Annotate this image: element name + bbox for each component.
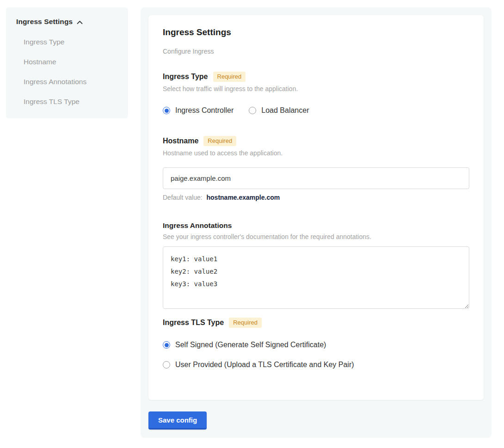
save-config-button[interactable]: Save config [148, 411, 207, 430]
section-ingress-tls-type: Ingress TLS Type Required Self Signed (G… [163, 318, 469, 369]
tls-type-radio-group: Self Signed (Generate Self Signed Certif… [163, 341, 469, 369]
sidebar-item-hostname[interactable]: Hostname [24, 58, 120, 66]
radio-label: Self Signed (Generate Self Signed Certif… [175, 341, 326, 349]
sidebar-group-title: Ingress Settings [16, 18, 73, 26]
sidebar-item-ingress-tls-type[interactable]: Ingress TLS Type [24, 98, 120, 105]
sidebar-item-ingress-type[interactable]: Ingress Type [24, 38, 120, 46]
radio-load-balancer[interactable]: Load Balancer [249, 106, 309, 115]
radio-self-signed[interactable]: Self Signed (Generate Self Signed Certif… [163, 341, 469, 349]
default-value-text: hostname.example.com [207, 194, 280, 201]
section-help-ingress-type: Select how traffic will ingress to the a… [163, 85, 469, 92]
required-badge: Required [203, 136, 236, 146]
card-subtitle: Configure Ingress [163, 48, 469, 55]
radio-unselected-icon [163, 361, 170, 368]
radio-ingress-controller[interactable]: Ingress Controller [163, 106, 234, 115]
section-help-hostname: Hostname used to access the application. [163, 149, 469, 157]
annotations-textarea[interactable]: key1: value1 key2: value2 key3: value3 [163, 246, 469, 309]
card-title: Ingress Settings [163, 27, 469, 37]
section-ingress-type: Ingress Type Required Select how traffic… [163, 72, 469, 115]
radio-label: Load Balancer [261, 106, 309, 115]
ingress-type-radio-group: Ingress Controller Load Balancer [163, 106, 469, 115]
radio-selected-icon [163, 341, 170, 349]
config-nav-sidebar: Ingress Settings Ingress Type Hostname I… [6, 7, 128, 118]
section-title-ingress-type: Ingress Type [163, 73, 208, 81]
sidebar-item-list: Ingress Type Hostname Ingress Annotation… [16, 38, 120, 105]
section-ingress-annotations: Ingress Annotations See your ingress con… [163, 221, 469, 309]
radio-label: User Provided (Upload a TLS Certificate … [175, 361, 354, 369]
section-help-ingress-annotations: See your ingress controller's documentat… [163, 233, 469, 240]
required-badge: Required [213, 72, 246, 82]
radio-user-provided[interactable]: User Provided (Upload a TLS Certificate … [163, 361, 469, 369]
config-page: Ingress Settings Ingress Type Hostname I… [0, 0, 504, 438]
section-title-ingress-annotations: Ingress Annotations [163, 221, 232, 230]
sidebar-group-ingress-settings[interactable]: Ingress Settings [16, 18, 120, 26]
config-panel: Ingress Settings Configure Ingress Ingre… [141, 7, 492, 438]
hostname-input[interactable] [163, 167, 469, 189]
radio-unselected-icon [249, 107, 256, 114]
hostname-default-line: Default value: hostname.example.com [163, 194, 469, 201]
section-title-hostname: Hostname [163, 137, 198, 145]
chevron-up-icon[interactable] [77, 20, 83, 25]
section-title-ingress-tls-type: Ingress TLS Type [163, 319, 224, 327]
sidebar-item-ingress-annotations[interactable]: Ingress Annotations [24, 78, 120, 86]
radio-label: Ingress Controller [175, 106, 234, 115]
section-hostname: Hostname Required Hostname used to acces… [163, 136, 469, 201]
default-value-label: Default value: [163, 194, 203, 201]
radio-selected-icon [163, 107, 170, 114]
config-card: Ingress Settings Configure Ingress Ingre… [148, 15, 484, 400]
required-badge: Required [229, 318, 262, 328]
